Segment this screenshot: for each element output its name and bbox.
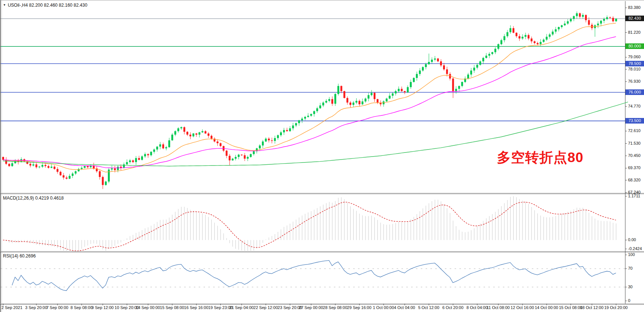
time-axis-label: 6 Oct 20:00 [442, 305, 464, 310]
rsi-axis-label: 0 [628, 298, 630, 303]
time-axis-label: 8 Sep 08:00 [71, 305, 92, 310]
time-axis-label: 23 Sep 20:00 [278, 305, 302, 310]
time-axis-label: 15 Sep 08:00 [160, 305, 184, 310]
price-badge-76.000: 76.000 [625, 89, 644, 95]
price-axis-label: 71.530 [628, 141, 641, 145]
macd-indicator-label: MACD(12,26,9) 0.4219 0.4618 [3, 196, 64, 201]
price-axis-label: 78.010 [628, 67, 641, 71]
price-axis-label: 72.610 [628, 128, 641, 133]
price-axis-label: 68.320 [628, 178, 641, 182]
time-axis-label: 19 Sep 23:00 [208, 305, 232, 310]
time-axis-label: 14 Oct 00:00 [535, 305, 558, 310]
time-axis-label: 8 Oct 04:00 [466, 305, 488, 310]
chart-title: ▼USOil-,H4 82.200 82.460 82.160 82.430 [3, 3, 87, 8]
time-axis-label: 5 Oct 12:00 [418, 305, 439, 310]
time-axis-label: 21 Sep 04:00 [230, 305, 254, 310]
price-axis-label: 70.450 [628, 153, 641, 158]
price-badge-73.500: 73.500 [625, 118, 644, 124]
chart-annotation-text: 多空转折点80 [497, 148, 583, 167]
time-axis-label: 7 Sep 00:00 [46, 305, 68, 310]
rsi-axis-label: 70 [628, 266, 632, 270]
time-axis-label: 22 Sep 12:00 [254, 305, 278, 310]
time-axis-label: 19 Oct 20:00 [604, 305, 628, 310]
time-axis-label: 2 Sep 2021 [1, 305, 22, 310]
time-axis-label: 28 Sep 08:00 [323, 305, 347, 310]
time-axis-label: 14 Sep 00:00 [136, 305, 160, 310]
macd-axis-label: 0.00 [628, 237, 636, 242]
time-axis-label: 11 Oct 08:00 [487, 305, 510, 310]
time-axis-label: 18 Oct 12:00 [580, 305, 604, 310]
time-axis-label: 29 Sep 16:00 [347, 305, 371, 310]
price-axis-label: 83.380 [628, 5, 641, 10]
time-axis-label: 3 Sep 20:00 [25, 305, 47, 310]
symbol-dropdown-icon[interactable]: ▼ [3, 3, 6, 7]
price-axis-label: 76.930 [628, 79, 641, 83]
time-axis-label: 4 Oct 04:00 [394, 305, 415, 310]
time-axis-label: 15 Oct 08:00 [559, 305, 582, 310]
chart-window: ▼USOil-,H4 82.200 82.460 82.160 82.430 M… [0, 0, 644, 312]
time-axis-label: 1 Oct 00:00 [373, 305, 394, 310]
price-axis-label: 69.370 [628, 165, 641, 170]
rsi-axis-label: 100 [628, 252, 635, 257]
rsi-axis-label: 30 [628, 285, 632, 289]
time-axis-label: 16 Sep 16:00 [184, 305, 208, 310]
chart-title-text: USOil-,H4 82.200 82.460 82.160 82.430 [8, 3, 87, 8]
price-axis-label: 79.060 [628, 55, 641, 59]
macd-axis-label: -0.2424 [628, 246, 642, 251]
price-axis-label: 81.220 [628, 30, 641, 35]
price-badge-82.430: 82.430 [625, 16, 644, 21]
price-badge-78.500: 78.500 [625, 61, 644, 66]
price-axis-label: 74.770 [628, 104, 641, 108]
time-axis-label: 9 Sep 12:00 [92, 305, 114, 310]
time-axis-label: 10 Sep 20:00 [115, 305, 139, 310]
price-badge-80.000: 80.000 [625, 43, 644, 49]
time-axis-label: 12 Oct 16:00 [511, 305, 534, 310]
rsi-indicator-label: RSI(14) 60.2696 [3, 253, 36, 259]
macd-axis-label: 1.1711 [628, 194, 640, 198]
time-axis-label: 27 Sep 00:00 [299, 305, 323, 310]
